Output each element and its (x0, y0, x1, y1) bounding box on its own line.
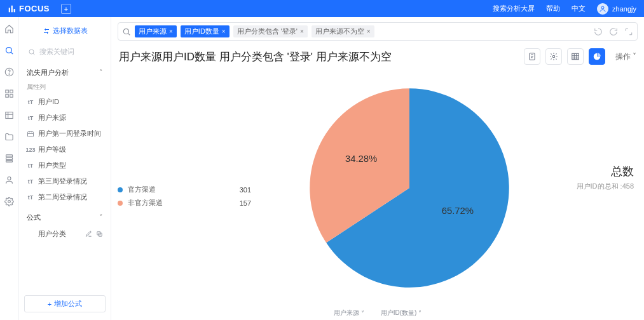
query-tag[interactable]: 用户分类包含 '登录'× (233, 25, 308, 37)
dataset-group-header[interactable]: 流失用户分析 ˄ (24, 64, 106, 81)
config-button[interactable] (545, 48, 562, 65)
svg-rect-12 (6, 154, 13, 156)
pie-chart[interactable]: 65.72%34.28% (305, 83, 514, 293)
svg-rect-8 (10, 90, 13, 92)
svg-point-15 (8, 177, 11, 180)
chevron-up-icon: ˄ (99, 69, 103, 77)
formula-section-label: 公式 (27, 213, 41, 222)
avatar[interactable] (597, 3, 608, 15)
attr-item[interactable]: tT用户类型 (24, 157, 106, 173)
query-tag[interactable]: 用户来源不为空× (312, 25, 374, 37)
legend-value: 301 (240, 186, 251, 194)
sidebar: 选择数据表 搜索关键词 流失用户分析 ˄ 属性列 tT用户ID tT用户来源 用… (19, 17, 111, 320)
operations-dropdown[interactable]: 操作˅ (615, 51, 636, 62)
attr-section-label: 属性列 (24, 81, 106, 94)
attr-label: 第三周登录情况 (38, 177, 87, 186)
rail-home-icon[interactable] (4, 23, 15, 34)
attr-item[interactable]: tT第三周登录情况 (24, 173, 106, 189)
svg-rect-18 (28, 131, 34, 137)
username[interactable]: zhangjy (612, 5, 636, 13)
topbar-link-lang[interactable]: 中文 (572, 4, 586, 13)
tag-label: 用户分类包含 '登录' (237, 27, 298, 36)
legend-item[interactable]: 官方渠道 301 (118, 183, 251, 196)
attr-item[interactable]: 123用户等级 (24, 142, 106, 157)
tag-remove-icon[interactable]: × (169, 28, 173, 35)
tag-label: 用户ID数量 (184, 27, 219, 36)
table-view-button[interactable] (567, 48, 584, 65)
footer-measure[interactable]: 用户ID(数量) ˅ (381, 309, 422, 317)
rail-help-icon[interactable] (4, 67, 15, 77)
svg-point-17 (29, 50, 34, 54)
date-type-icon (27, 130, 34, 138)
expand-icon[interactable] (624, 27, 633, 36)
search-icon (28, 48, 36, 56)
svg-rect-9 (6, 94, 8, 97)
query-tagbar[interactable]: 用户来源× 用户ID数量× 用户分类包含 '登录'× 用户来源不为空× (118, 22, 638, 41)
copy-icon[interactable] (96, 230, 103, 237)
attr-label: 用户等级 (38, 145, 66, 154)
title-bar: 用户来源用户ID数量 用户分类包含 '登录' 用户来源不为空 操作˅ (118, 41, 638, 69)
attr-label: 第二周登录情况 (38, 192, 87, 202)
query-tag[interactable]: 用户来源× (135, 25, 177, 37)
svg-point-16 (8, 200, 11, 203)
main: 用户来源× 用户ID数量× 用户分类包含 '登录'× 用户来源不为空× 用户来源… (111, 17, 644, 320)
rail-folder-icon[interactable] (4, 131, 15, 142)
svg-rect-24 (572, 53, 579, 59)
tag-remove-icon[interactable]: × (367, 28, 371, 35)
attr-item[interactable]: tT第二周登录情况 (24, 189, 106, 205)
sidebar-search-placeholder: 搜索关键词 (39, 47, 74, 57)
summary-title: 总数 (611, 164, 634, 179)
svg-point-3 (601, 6, 604, 9)
svg-point-6 (9, 74, 10, 74)
attr-item[interactable]: tT用户ID (24, 94, 106, 110)
chart-view-button[interactable] (589, 48, 605, 65)
text-type-icon: tT (27, 98, 34, 106)
legend-item[interactable]: 非官方渠道 157 (118, 196, 251, 210)
svg-rect-11 (6, 112, 13, 118)
topbar: FOCUS + 搜索分析大屏 帮助 中文 zhangjy (0, 0, 644, 17)
select-dataset-button[interactable]: 选择数据表 (24, 22, 106, 39)
formula-section-header[interactable]: 公式 ˅ (24, 209, 106, 226)
chart-area: 官方渠道 301 非官方渠道 157 65.72%34.28% 总数 用户ID的… (118, 69, 638, 307)
pin-button[interactable] (524, 48, 540, 65)
query-tag[interactable]: 用户ID数量× (181, 25, 230, 37)
rail-user-icon[interactable] (4, 175, 15, 185)
add-formula-button[interactable]: + 增加公式 (24, 295, 106, 312)
attr-item[interactable]: tT用户来源 (24, 110, 106, 126)
sidebar-search[interactable]: 搜索关键词 (24, 44, 106, 59)
rail-settings-icon[interactable] (4, 196, 15, 206)
svg-rect-10 (10, 94, 13, 97)
legend-value: 157 (240, 199, 251, 207)
rail-search-icon[interactable] (4, 45, 15, 55)
plus-icon: + (48, 300, 51, 308)
refresh-icon[interactable] (609, 27, 618, 36)
attr-label: 用户来源 (38, 113, 66, 123)
chevron-down-icon: ˅ (361, 310, 364, 317)
tag-remove-icon[interactable]: × (300, 28, 304, 35)
new-button[interactable]: + (61, 4, 71, 14)
chart-legend: 官方渠道 301 非官方渠道 157 (118, 69, 251, 307)
rail-dataset-icon[interactable] (4, 153, 15, 163)
svg-rect-1 (11, 5, 13, 12)
attr-item[interactable]: 用户第一周登录时间 (24, 126, 106, 142)
formula-label: 用户分类 (38, 229, 66, 239)
undo-icon[interactable] (594, 27, 603, 36)
dataset-group-label: 流失用户分析 (27, 68, 69, 77)
topbar-link-dashboard[interactable]: 搜索分析大屏 (493, 4, 535, 13)
tag-label: 用户来源不为空 (315, 27, 364, 36)
legend-label: 非官方渠道 (128, 198, 163, 208)
rail-table-icon[interactable] (4, 110, 15, 120)
search-icon (122, 27, 131, 36)
pie-slice-label: 65.72% (442, 206, 474, 216)
add-formula-label: 增加公式 (54, 299, 82, 309)
footer-dimension[interactable]: 用户来源 ˅ (334, 309, 364, 317)
app-logo[interactable]: FOCUS (8, 4, 50, 13)
legend-label: 官方渠道 (128, 185, 156, 194)
attr-label: 用户第一周登录时间 (38, 129, 101, 138)
formula-item[interactable]: 用户分类 (24, 226, 106, 242)
tag-remove-icon[interactable]: × (222, 28, 226, 35)
rail-dashboard-icon[interactable] (4, 88, 15, 98)
edit-icon[interactable] (85, 230, 92, 237)
footer-measure-label: 用户ID(数量) (381, 309, 417, 317)
topbar-link-help[interactable]: 帮助 (546, 4, 560, 13)
